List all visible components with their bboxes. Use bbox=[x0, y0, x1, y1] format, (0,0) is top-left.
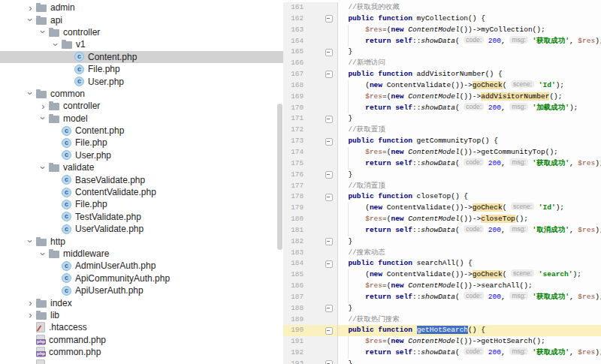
tree-item-controller[interactable]: controller bbox=[0, 100, 283, 112]
chevron-right-icon[interactable] bbox=[25, 310, 36, 320]
code-line[interactable]: //获取热门搜索 bbox=[338, 314, 601, 326]
tree-item-command-php[interactable]: command.php bbox=[0, 334, 283, 346]
chevron-down-icon[interactable] bbox=[38, 163, 49, 173]
code-line[interactable]: //获取置顶 bbox=[338, 125, 601, 136]
line-number: 164 bbox=[283, 36, 304, 47]
code-line[interactable]: } bbox=[338, 359, 601, 364]
code-line[interactable]: return self::showData( code: 200, msg: '… bbox=[338, 36, 601, 47]
code-line[interactable]: //取消置顶 bbox=[338, 181, 601, 192]
line-number: 193 bbox=[283, 359, 304, 364]
tree-item-adminuserauth-php[interactable]: AdminUserAuth.php bbox=[0, 260, 283, 272]
tree-item-lib[interactable]: lib bbox=[0, 309, 283, 321]
code-line[interactable]: $res=(new ContentModel())->getCommunityT… bbox=[338, 147, 601, 158]
tree-item-uservalidate-php[interactable]: UserValidate.php bbox=[0, 223, 283, 235]
chevron-down-icon[interactable] bbox=[25, 236, 36, 246]
tree-item-common-php[interactable]: common.php bbox=[0, 346, 283, 358]
tree-item-model[interactable]: model bbox=[0, 113, 283, 125]
fold-marker-icon[interactable] bbox=[325, 194, 333, 201]
code-line[interactable]: //新增访问 bbox=[338, 58, 601, 69]
code-line[interactable]: public function addVisitorNumber() { bbox=[338, 69, 601, 80]
code-line[interactable]: $res=(new ContentModel())->addVisitorNum… bbox=[338, 92, 601, 103]
tree-item-label: middleware bbox=[63, 248, 109, 259]
tree-item-label: controller bbox=[63, 27, 100, 38]
fold-marker-icon[interactable] bbox=[325, 260, 333, 268]
chevron-down-icon[interactable] bbox=[25, 89, 36, 98]
tree-item-common[interactable]: common bbox=[0, 88, 283, 100]
tree-item--htaccess[interactable]: .htaccess bbox=[0, 321, 283, 333]
tree-item-validate[interactable]: validate bbox=[0, 161, 283, 173]
tree-item-testvalidate-php[interactable]: TestValidate.php bbox=[0, 211, 283, 223]
code-line[interactable]: public function searchAll() { bbox=[338, 258, 601, 269]
chevron-right-icon[interactable] bbox=[25, 3, 36, 13]
code-line[interactable]: //搜索动态 bbox=[338, 248, 601, 259]
editor-line-175: 175 return self::showData( code: 200, ms… bbox=[283, 158, 601, 170]
code-line[interactable]: $res=(new ContentModel())->getHotSearch(… bbox=[338, 336, 601, 347]
chevron-down-icon[interactable] bbox=[38, 27, 49, 37]
code-line[interactable]: $res=(new ContentModel())->searchAll(); bbox=[338, 281, 601, 292]
chevron-down-icon[interactable] bbox=[38, 249, 49, 259]
code-token: 200 bbox=[488, 159, 501, 167]
code-line[interactable]: } bbox=[338, 47, 601, 58]
chevron-down-icon[interactable] bbox=[38, 113, 49, 123]
code-line[interactable]: public function myCollection() { bbox=[338, 14, 601, 25]
code-line[interactable]: public function getCommunityTop() { bbox=[338, 136, 601, 147]
code-line[interactable]: (new ContentValidate())->goCheck( scene:… bbox=[338, 269, 601, 281]
tree-item-apiuserauth-php[interactable]: ApiUserAuth.php bbox=[0, 284, 283, 296]
tree-item-basevalidate-php[interactable]: BaseValidate.php bbox=[0, 173, 283, 185]
code-line[interactable]: } bbox=[338, 170, 601, 181]
editor-line-169: 169 $res=(new ContentModel())->addVisito… bbox=[283, 92, 601, 103]
fold-marker-icon[interactable] bbox=[325, 238, 333, 245]
code-line[interactable]: } bbox=[338, 236, 601, 248]
tree-item-user-php[interactable]: User.php bbox=[0, 149, 283, 161]
code-line[interactable]: public function closeTop() { bbox=[338, 191, 601, 203]
fold-marker-icon[interactable] bbox=[325, 138, 333, 146]
tree-item-partial[interactable] bbox=[0, 358, 283, 364]
tree-item-file-php[interactable]: File.php bbox=[0, 137, 283, 149]
code-line[interactable]: (new ContentValidate())->goCheck( scene:… bbox=[338, 203, 601, 214]
code-line[interactable]: public function getHotSearch() { bbox=[338, 325, 601, 336]
tree-item-admin[interactable]: admin bbox=[0, 2, 283, 14]
chevron-down-icon[interactable] bbox=[25, 15, 36, 25]
fold-marker-icon[interactable] bbox=[325, 116, 333, 123]
tree-item-v1[interactable]: v1 bbox=[0, 38, 283, 50]
chevron-right-icon[interactable] bbox=[25, 298, 36, 308]
tree-item-controller[interactable]: controller bbox=[0, 26, 283, 38]
fold-marker-icon[interactable] bbox=[325, 327, 333, 335]
chevron-right-icon[interactable] bbox=[38, 101, 49, 111]
fold-marker-icon[interactable] bbox=[325, 360, 333, 364]
code-line[interactable]: $res=(new ContentModel())->closeTop(); bbox=[338, 214, 601, 225]
tree-item-content-php[interactable]: Content.php bbox=[0, 51, 283, 63]
tree-item-content-php[interactable]: Content.php bbox=[0, 125, 283, 137]
code-line[interactable]: return self::showData( code: 200, msg: '… bbox=[338, 158, 601, 170]
fold-marker-icon[interactable] bbox=[325, 15, 333, 23]
code-line[interactable]: } bbox=[338, 113, 601, 125]
code-line[interactable]: return self::showData( code: 200, msg: '… bbox=[338, 347, 601, 359]
code-token: ( bbox=[503, 203, 511, 212]
fold-marker-icon[interactable] bbox=[325, 305, 333, 312]
code-line[interactable]: return self::showData( code: 200, msg: '… bbox=[338, 103, 601, 114]
code-token: //获取热门搜索 bbox=[340, 315, 400, 323]
tree-item-label: index bbox=[50, 298, 72, 308]
tree-item-http[interactable]: http bbox=[0, 235, 283, 247]
tree-item-file-php[interactable]: File.php bbox=[0, 198, 283, 210]
fold-marker-icon[interactable] bbox=[325, 49, 333, 56]
fold-marker-icon[interactable] bbox=[325, 171, 333, 179]
code-line[interactable]: $res=(new ContentModel())->myCollection(… bbox=[338, 25, 601, 36]
tree-item-api[interactable]: api bbox=[0, 14, 283, 26]
fold-marker-icon[interactable] bbox=[325, 71, 333, 78]
chevron-down-icon[interactable] bbox=[50, 40, 62, 50]
tree-item-user-php[interactable]: User.php bbox=[0, 75, 283, 87]
code-line[interactable]: return self::showData( code: 200, msg: '… bbox=[338, 225, 601, 236]
code-line[interactable]: //获取我的收藏 bbox=[338, 2, 601, 14]
tree-item-file-php[interactable]: File.php bbox=[0, 63, 283, 75]
gutter-cell: 177 bbox=[283, 181, 338, 192]
tree-scrollbar[interactable] bbox=[277, 104, 282, 250]
tree-item-middleware[interactable]: middleware bbox=[0, 248, 283, 260]
code-token: $res bbox=[365, 281, 382, 290]
tree-item-apicommunityauth-php[interactable]: ApiCommunityAuth.php bbox=[0, 272, 283, 284]
code-line[interactable]: (new ContentValidate())->goCheck( scene:… bbox=[338, 80, 601, 92]
code-line[interactable]: return self::showData( code: 200, msg: '… bbox=[338, 292, 601, 303]
tree-item-contentvalidate-php[interactable]: ContentValidate.php bbox=[0, 186, 283, 198]
tree-item-index[interactable]: index bbox=[0, 296, 283, 308]
code-line[interactable]: } bbox=[338, 303, 601, 314]
